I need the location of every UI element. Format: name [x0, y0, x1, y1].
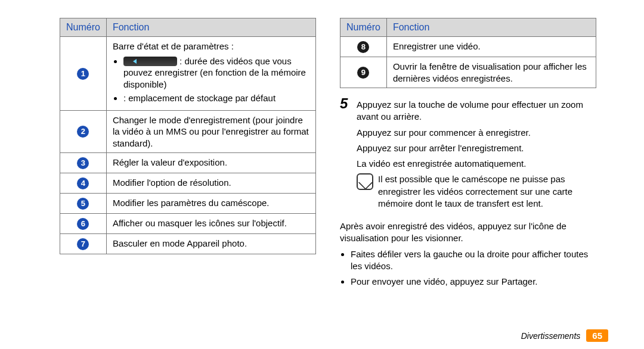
- right-column: Numéro Fonction 8 Enregistrer une vidéo.…: [328, 18, 608, 331]
- page-number: 65: [586, 329, 608, 342]
- note-block: Il est possible que le caméscope ne puis…: [357, 173, 596, 210]
- left-column: Numéro Fonction 1 Barre d'état et de par…: [48, 18, 328, 331]
- row2-text: Changer le mode d'enregistrement (pour j…: [106, 110, 315, 153]
- row1-title: Barre d'état et de paramètres :: [113, 41, 234, 51]
- number-badge-6: 6: [77, 218, 89, 230]
- after-bullet-2: Pour envoyer une vidéo, appuyez sur Part…: [351, 276, 596, 288]
- header-numero-r: Numéro: [340, 18, 387, 37]
- table-row: 3 Régler la valeur d'exposition.: [60, 153, 316, 173]
- section-name: Divertissements: [521, 331, 581, 341]
- number-badge-3: 3: [77, 157, 89, 169]
- row7-text: Basculer en mode Appareil photo.: [106, 234, 315, 254]
- row8-text: Enregistrer une vidéo.: [386, 37, 596, 57]
- page-footer: Divertissements 65: [521, 329, 608, 342]
- row9-text: Ouvrir la fenêtre de visualisation pour …: [386, 57, 596, 88]
- table-row: 2 Changer le mode d'enregistrement (pour…: [60, 110, 316, 153]
- step5-line3: Appuyez sur pour arrêter l'enregistremen…: [357, 142, 596, 154]
- table-row: 1 Barre d'état et de paramètres : : duré…: [60, 37, 316, 111]
- row4-text: Modifier l'option de résolution.: [106, 173, 315, 194]
- header-fonction-r: Fonction: [386, 18, 596, 37]
- table-row: 6 Afficher ou masquer les icônes sur l'o…: [60, 214, 316, 234]
- functions-table-right: Numéro Fonction 8 Enregistrer une vidéo.…: [340, 18, 596, 88]
- number-badge-1: 1: [77, 68, 89, 80]
- after-intro: Après avoir enregistré des vidéos, appuy…: [340, 220, 596, 245]
- header-numero: Numéro: [60, 18, 107, 37]
- note-text: Il est possible que le caméscope ne puis…: [378, 173, 596, 210]
- table-row: 9 Ouvrir la fenêtre de visualisation pou…: [340, 57, 596, 88]
- table-row: 7 Basculer en mode Appareil photo.: [60, 234, 316, 254]
- number-badge-2: 2: [77, 126, 89, 138]
- step-number: 5: [340, 95, 357, 210]
- after-recording-block: Après avoir enregistré des vidéos, appuy…: [340, 217, 596, 291]
- row1-bullet-2: : emplacement de stockage par défaut: [123, 93, 275, 103]
- note-icon: [357, 173, 373, 190]
- row5-text: Modifier les paramètres du caméscope.: [106, 194, 315, 214]
- table-row: 5 Modifier les paramètres du caméscope.: [60, 194, 316, 214]
- recording-duration-icon: [123, 57, 177, 66]
- number-badge-7: 7: [77, 238, 89, 250]
- step5-line2: Appuyez sur pour commencer à enregistrer…: [357, 127, 596, 139]
- row1-bullets: : durée des vidéos que vous pouvez enreg…: [113, 55, 309, 104]
- header-fonction: Fonction: [106, 18, 315, 37]
- row6-text: Afficher ou masquer les icônes sur l'obj…: [106, 214, 315, 234]
- after-bullet-1: Faites défiler vers la gauche ou la droi…: [351, 248, 596, 273]
- step-5: 5 Appuyez sur la touche de volume pour e…: [340, 95, 596, 210]
- table-row: 8 Enregistrer une vidéo.: [340, 37, 596, 57]
- step5-line1: Appuyez sur la touche de volume pour eff…: [357, 99, 596, 123]
- row3-text: Régler la valeur d'exposition.: [106, 153, 315, 173]
- number-badge-5: 5: [77, 198, 89, 210]
- step5-line4: La vidéo est enregistrée automatiquement…: [357, 158, 596, 170]
- number-badge-9: 9: [357, 67, 369, 79]
- number-badge-4: 4: [77, 177, 89, 189]
- table-row: 4 Modifier l'option de résolution.: [60, 173, 316, 194]
- number-badge-8: 8: [357, 41, 369, 53]
- functions-table-left: Numéro Fonction 1 Barre d'état et de par…: [60, 18, 316, 254]
